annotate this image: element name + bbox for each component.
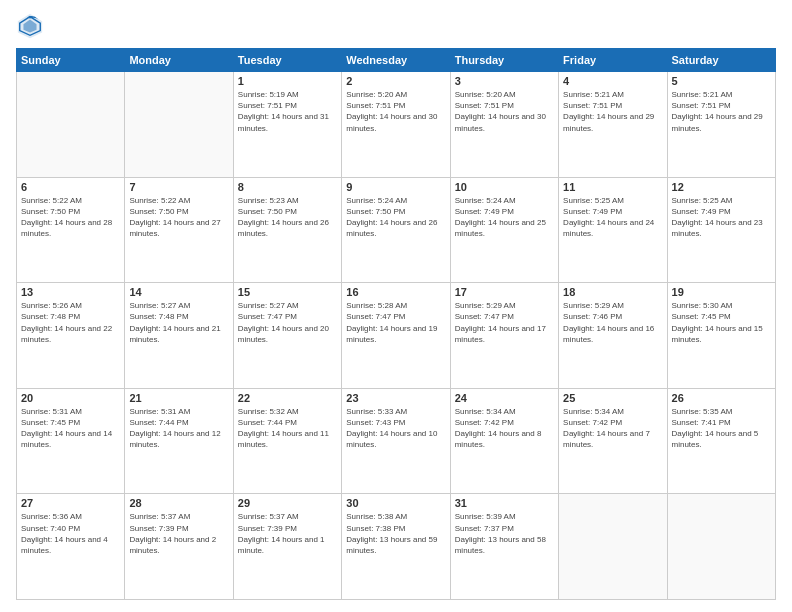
day-info: Sunrise: 5:20 AM Sunset: 7:51 PM Dayligh… — [455, 89, 554, 134]
day-number: 14 — [129, 286, 228, 298]
calendar-week-2: 6Sunrise: 5:22 AM Sunset: 7:50 PM Daylig… — [17, 177, 776, 283]
day-info: Sunrise: 5:39 AM Sunset: 7:37 PM Dayligh… — [455, 511, 554, 556]
calendar-cell: 28Sunrise: 5:37 AM Sunset: 7:39 PM Dayli… — [125, 494, 233, 600]
calendar-cell: 29Sunrise: 5:37 AM Sunset: 7:39 PM Dayli… — [233, 494, 341, 600]
day-number: 10 — [455, 181, 554, 193]
day-info: Sunrise: 5:36 AM Sunset: 7:40 PM Dayligh… — [21, 511, 120, 556]
calendar-cell: 14Sunrise: 5:27 AM Sunset: 7:48 PM Dayli… — [125, 283, 233, 389]
day-info: Sunrise: 5:28 AM Sunset: 7:47 PM Dayligh… — [346, 300, 445, 345]
calendar-table: SundayMondayTuesdayWednesdayThursdayFrid… — [16, 48, 776, 600]
calendar-cell: 19Sunrise: 5:30 AM Sunset: 7:45 PM Dayli… — [667, 283, 775, 389]
day-info: Sunrise: 5:25 AM Sunset: 7:49 PM Dayligh… — [672, 195, 771, 240]
calendar-week-3: 13Sunrise: 5:26 AM Sunset: 7:48 PM Dayli… — [17, 283, 776, 389]
day-info: Sunrise: 5:21 AM Sunset: 7:51 PM Dayligh… — [672, 89, 771, 134]
day-number: 6 — [21, 181, 120, 193]
day-info: Sunrise: 5:29 AM Sunset: 7:46 PM Dayligh… — [563, 300, 662, 345]
day-info: Sunrise: 5:23 AM Sunset: 7:50 PM Dayligh… — [238, 195, 337, 240]
day-info: Sunrise: 5:25 AM Sunset: 7:49 PM Dayligh… — [563, 195, 662, 240]
calendar-cell: 2Sunrise: 5:20 AM Sunset: 7:51 PM Daylig… — [342, 72, 450, 178]
calendar-cell: 7Sunrise: 5:22 AM Sunset: 7:50 PM Daylig… — [125, 177, 233, 283]
calendar-cell: 24Sunrise: 5:34 AM Sunset: 7:42 PM Dayli… — [450, 388, 558, 494]
calendar-cell: 4Sunrise: 5:21 AM Sunset: 7:51 PM Daylig… — [559, 72, 667, 178]
calendar-cell: 30Sunrise: 5:38 AM Sunset: 7:38 PM Dayli… — [342, 494, 450, 600]
calendar-cell: 15Sunrise: 5:27 AM Sunset: 7:47 PM Dayli… — [233, 283, 341, 389]
weekday-header-row: SundayMondayTuesdayWednesdayThursdayFrid… — [17, 49, 776, 72]
day-info: Sunrise: 5:24 AM Sunset: 7:49 PM Dayligh… — [455, 195, 554, 240]
weekday-header-sunday: Sunday — [17, 49, 125, 72]
calendar-cell: 22Sunrise: 5:32 AM Sunset: 7:44 PM Dayli… — [233, 388, 341, 494]
day-number: 31 — [455, 497, 554, 509]
day-number: 29 — [238, 497, 337, 509]
header — [16, 12, 776, 40]
day-info: Sunrise: 5:31 AM Sunset: 7:45 PM Dayligh… — [21, 406, 120, 451]
day-info: Sunrise: 5:34 AM Sunset: 7:42 PM Dayligh… — [563, 406, 662, 451]
calendar-cell — [125, 72, 233, 178]
calendar-cell: 12Sunrise: 5:25 AM Sunset: 7:49 PM Dayli… — [667, 177, 775, 283]
day-info: Sunrise: 5:27 AM Sunset: 7:48 PM Dayligh… — [129, 300, 228, 345]
calendar-cell: 6Sunrise: 5:22 AM Sunset: 7:50 PM Daylig… — [17, 177, 125, 283]
day-info: Sunrise: 5:27 AM Sunset: 7:47 PM Dayligh… — [238, 300, 337, 345]
calendar-cell: 1Sunrise: 5:19 AM Sunset: 7:51 PM Daylig… — [233, 72, 341, 178]
calendar-cell — [559, 494, 667, 600]
day-info: Sunrise: 5:22 AM Sunset: 7:50 PM Dayligh… — [21, 195, 120, 240]
calendar-cell: 8Sunrise: 5:23 AM Sunset: 7:50 PM Daylig… — [233, 177, 341, 283]
day-number: 8 — [238, 181, 337, 193]
calendar-cell: 18Sunrise: 5:29 AM Sunset: 7:46 PM Dayli… — [559, 283, 667, 389]
day-number: 4 — [563, 75, 662, 87]
calendar-week-5: 27Sunrise: 5:36 AM Sunset: 7:40 PM Dayli… — [17, 494, 776, 600]
calendar-cell: 3Sunrise: 5:20 AM Sunset: 7:51 PM Daylig… — [450, 72, 558, 178]
calendar-cell: 11Sunrise: 5:25 AM Sunset: 7:49 PM Dayli… — [559, 177, 667, 283]
day-number: 20 — [21, 392, 120, 404]
day-number: 24 — [455, 392, 554, 404]
calendar-cell — [17, 72, 125, 178]
calendar-cell: 13Sunrise: 5:26 AM Sunset: 7:48 PM Dayli… — [17, 283, 125, 389]
day-info: Sunrise: 5:26 AM Sunset: 7:48 PM Dayligh… — [21, 300, 120, 345]
calendar-cell: 25Sunrise: 5:34 AM Sunset: 7:42 PM Dayli… — [559, 388, 667, 494]
day-info: Sunrise: 5:33 AM Sunset: 7:43 PM Dayligh… — [346, 406, 445, 451]
weekday-header-tuesday: Tuesday — [233, 49, 341, 72]
day-number: 1 — [238, 75, 337, 87]
day-number: 22 — [238, 392, 337, 404]
calendar-cell: 9Sunrise: 5:24 AM Sunset: 7:50 PM Daylig… — [342, 177, 450, 283]
day-number: 17 — [455, 286, 554, 298]
logo-icon — [16, 12, 44, 40]
day-info: Sunrise: 5:35 AM Sunset: 7:41 PM Dayligh… — [672, 406, 771, 451]
day-info: Sunrise: 5:31 AM Sunset: 7:44 PM Dayligh… — [129, 406, 228, 451]
calendar-cell: 26Sunrise: 5:35 AM Sunset: 7:41 PM Dayli… — [667, 388, 775, 494]
day-number: 21 — [129, 392, 228, 404]
calendar-cell: 31Sunrise: 5:39 AM Sunset: 7:37 PM Dayli… — [450, 494, 558, 600]
calendar-cell: 21Sunrise: 5:31 AM Sunset: 7:44 PM Dayli… — [125, 388, 233, 494]
day-number: 2 — [346, 75, 445, 87]
day-number: 19 — [672, 286, 771, 298]
weekday-header-friday: Friday — [559, 49, 667, 72]
calendar-week-4: 20Sunrise: 5:31 AM Sunset: 7:45 PM Dayli… — [17, 388, 776, 494]
calendar-cell — [667, 494, 775, 600]
day-number: 5 — [672, 75, 771, 87]
calendar-week-1: 1Sunrise: 5:19 AM Sunset: 7:51 PM Daylig… — [17, 72, 776, 178]
calendar-cell: 5Sunrise: 5:21 AM Sunset: 7:51 PM Daylig… — [667, 72, 775, 178]
day-info: Sunrise: 5:30 AM Sunset: 7:45 PM Dayligh… — [672, 300, 771, 345]
weekday-header-wednesday: Wednesday — [342, 49, 450, 72]
day-info: Sunrise: 5:22 AM Sunset: 7:50 PM Dayligh… — [129, 195, 228, 240]
day-number: 12 — [672, 181, 771, 193]
day-number: 18 — [563, 286, 662, 298]
day-number: 13 — [21, 286, 120, 298]
day-number: 30 — [346, 497, 445, 509]
day-number: 3 — [455, 75, 554, 87]
day-number: 11 — [563, 181, 662, 193]
calendar-cell: 17Sunrise: 5:29 AM Sunset: 7:47 PM Dayli… — [450, 283, 558, 389]
weekday-header-saturday: Saturday — [667, 49, 775, 72]
logo — [16, 12, 48, 40]
calendar-cell: 16Sunrise: 5:28 AM Sunset: 7:47 PM Dayli… — [342, 283, 450, 389]
day-number: 9 — [346, 181, 445, 193]
day-number: 27 — [21, 497, 120, 509]
day-number: 15 — [238, 286, 337, 298]
day-number: 7 — [129, 181, 228, 193]
calendar-cell: 20Sunrise: 5:31 AM Sunset: 7:45 PM Dayli… — [17, 388, 125, 494]
page: SundayMondayTuesdayWednesdayThursdayFrid… — [0, 0, 792, 612]
calendar-cell: 10Sunrise: 5:24 AM Sunset: 7:49 PM Dayli… — [450, 177, 558, 283]
day-number: 26 — [672, 392, 771, 404]
day-info: Sunrise: 5:24 AM Sunset: 7:50 PM Dayligh… — [346, 195, 445, 240]
day-info: Sunrise: 5:37 AM Sunset: 7:39 PM Dayligh… — [238, 511, 337, 556]
day-info: Sunrise: 5:29 AM Sunset: 7:47 PM Dayligh… — [455, 300, 554, 345]
